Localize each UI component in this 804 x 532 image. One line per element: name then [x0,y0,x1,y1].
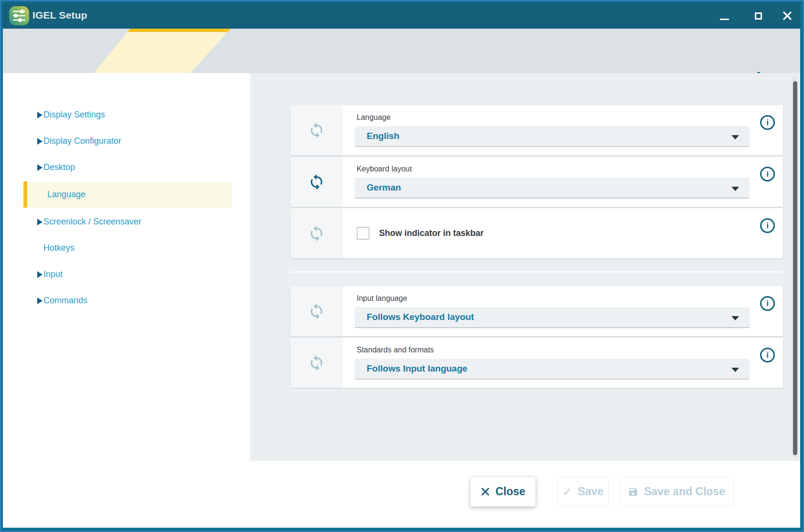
sidebar-item-desktop[interactable]: Desktop [23,154,232,181]
setting-row-keyboard-layout: Keyboard layout German i [290,157,783,207]
save-and-close-button[interactable]: Save and Close [619,477,734,507]
title-bar: IGEL Setup [3,3,800,29]
reset-button[interactable] [290,338,343,388]
sidebar-item-hotkeys[interactable]: Hotkeys [23,235,232,261]
field-label: Standards and formats [357,346,783,354]
setting-row-language: Language English i [290,105,783,155]
minimize-button[interactable] [717,9,731,23]
sidebar-item-display-settings[interactable]: Display Settings [23,102,232,128]
language-dropdown[interactable]: English [355,126,750,147]
info-icon[interactable]: i [760,218,775,233]
save-button[interactable]: ✓ Save [557,477,609,507]
info-icon[interactable]: i [760,296,775,311]
scrollbar-thumb[interactable] [793,81,797,455]
sidebar-item-input[interactable]: Input [23,261,232,287]
field-label: Language [357,113,783,122]
maximize-button[interactable] [751,9,765,23]
info-icon[interactable]: i [760,167,775,181]
reset-button[interactable] [290,157,343,207]
show-indicator-checkbox[interactable] [357,227,370,240]
settings-panel: Language English i [250,73,800,461]
window-chrome: IGEL Setup Accessories User Interface Ne… [3,3,800,528]
check-icon: ✓ [562,485,572,499]
expand-triangle-icon [37,112,42,118]
setting-row-standards-formats: Standards and formats Follows Input lang… [290,338,783,388]
sync-icon [308,225,325,242]
close-button[interactable]: Close [470,477,536,507]
field-label: Input language [357,294,783,303]
sync-icon [308,354,325,372]
igel-logo-icon [9,6,29,25]
close-window-button[interactable] [780,9,794,23]
window-title: IGEL Setup [32,10,87,21]
setting-row-show-indicator: Show indicator in taskbar i [290,208,783,258]
reset-button[interactable] [290,105,343,155]
main-area: Display Settings Display Configurator De… [3,73,800,461]
sidebar-item-screenlock-screensaver[interactable]: Screenlock / Screensaver [23,209,232,235]
setting-row-input-language: Input language Follows Keyboard layout i [290,286,783,336]
chevron-down-icon [731,368,739,372]
chevron-down-icon [731,135,739,139]
standards-formats-dropdown[interactable]: Follows Input language [355,359,750,380]
active-tab-highlight [94,29,231,73]
info-icon[interactable]: i [760,348,775,362]
footer-bar: Close ✓ Save Save and Close [3,461,800,528]
sync-icon [308,122,325,139]
input-language-dropdown[interactable]: Follows Keyboard layout [355,307,750,328]
expand-triangle-icon [37,271,42,278]
expand-triangle-icon [37,164,42,171]
chevron-down-icon [731,187,739,191]
chevron-down-icon [731,316,739,320]
expand-triangle-icon [37,298,42,304]
reset-button[interactable] [290,208,343,258]
sync-icon [308,303,325,320]
reset-button[interactable] [290,286,343,336]
sidebar-tree: Display Settings Display Configurator De… [3,73,250,461]
field-label: Keyboard layout [357,165,783,173]
save-floppy-icon [628,487,638,497]
group-divider [290,270,783,274]
sidebar-item-commands[interactable]: Commands [23,287,232,314]
keyboard-layout-dropdown[interactable]: German [355,178,750,199]
tab-bar: Accessories User Interface Network Devic… [3,29,800,73]
igel-setup-window: IGEL Setup Accessories User Interface Ne… [0,0,804,532]
info-icon[interactable]: i [760,115,775,130]
close-x-icon [481,487,490,496]
expand-triangle-icon [37,138,42,145]
sidebar-item-language[interactable]: Language [23,181,232,208]
sidebar-item-display-configurator[interactable]: Display Configurator [23,128,232,154]
expand-triangle-icon [37,219,42,225]
sync-icon [308,173,325,191]
close-icon [783,11,792,21]
